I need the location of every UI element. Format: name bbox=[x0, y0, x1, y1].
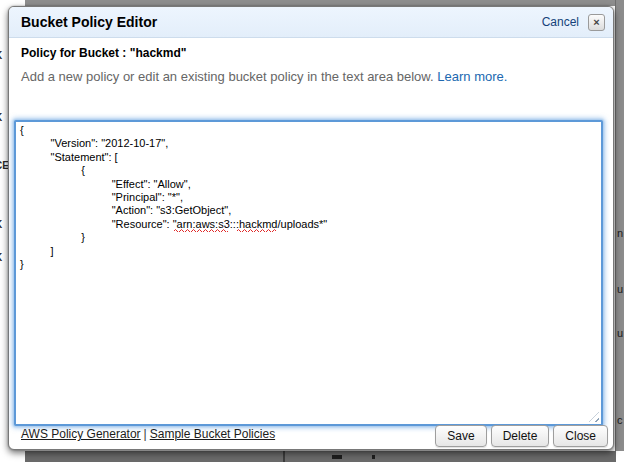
bucket-policy-editor-dialog: Bucket Policy Editor Cancel × Policy for… bbox=[8, 6, 614, 450]
background-text-fragment bbox=[332, 455, 342, 459]
sample-bucket-policies-link[interactable]: Sample Bucket Policies bbox=[150, 427, 275, 441]
close-button[interactable]: Close bbox=[553, 425, 608, 447]
background-bottom-strip bbox=[0, 451, 624, 462]
policy-editor-area: { "Version": "2012-10-17", "Statement": … bbox=[14, 120, 603, 426]
dialog-title: Bucket Policy Editor bbox=[21, 14, 542, 30]
close-icon[interactable]: × bbox=[588, 14, 605, 31]
background-text-fragment: u bbox=[617, 327, 623, 339]
background-bottom-band bbox=[25, 451, 616, 462]
delete-button[interactable]: Delete bbox=[491, 425, 550, 447]
description-text: Add a new policy or edit an existing buc… bbox=[21, 69, 434, 84]
policy-text-input[interactable]: { "Version": "2012-10-17", "Statement": … bbox=[14, 120, 603, 426]
background-table-divider bbox=[283, 451, 285, 462]
policy-for-bucket-label: Policy for Bucket : "hackmd" bbox=[21, 46, 601, 60]
background-text-fragment: n bbox=[617, 227, 623, 239]
background-text-fragment: c bbox=[617, 414, 623, 426]
background-text-fragment: K bbox=[0, 112, 2, 123]
footer-links: AWS Policy Generator|Sample Bucket Polic… bbox=[21, 427, 275, 441]
cancel-link[interactable]: Cancel bbox=[542, 15, 579, 29]
background-text-fragment: K bbox=[0, 50, 2, 61]
learn-more-link[interactable]: Learn more. bbox=[437, 69, 507, 84]
footer-buttons: Save Delete Close bbox=[435, 425, 608, 447]
background-text-fragment bbox=[372, 455, 375, 459]
link-separator: | bbox=[144, 427, 147, 441]
aws-policy-generator-link[interactable]: AWS Policy Generator bbox=[21, 427, 141, 441]
background-text-fragment: K bbox=[0, 252, 2, 263]
dialog-header: Bucket Policy Editor Cancel × bbox=[9, 7, 613, 38]
background-right-strip: n u u c bbox=[615, 0, 624, 462]
dialog-description: Add a new policy or edit an existing buc… bbox=[21, 69, 601, 84]
background-left-strip: K K CE K K bbox=[0, 0, 8, 462]
background-text-fragment: K bbox=[0, 219, 2, 230]
background-text-fragment: u bbox=[617, 283, 623, 295]
save-button[interactable]: Save bbox=[435, 425, 486, 447]
screen: K K CE K K n u u c Bucket Policy Editor … bbox=[0, 0, 624, 462]
